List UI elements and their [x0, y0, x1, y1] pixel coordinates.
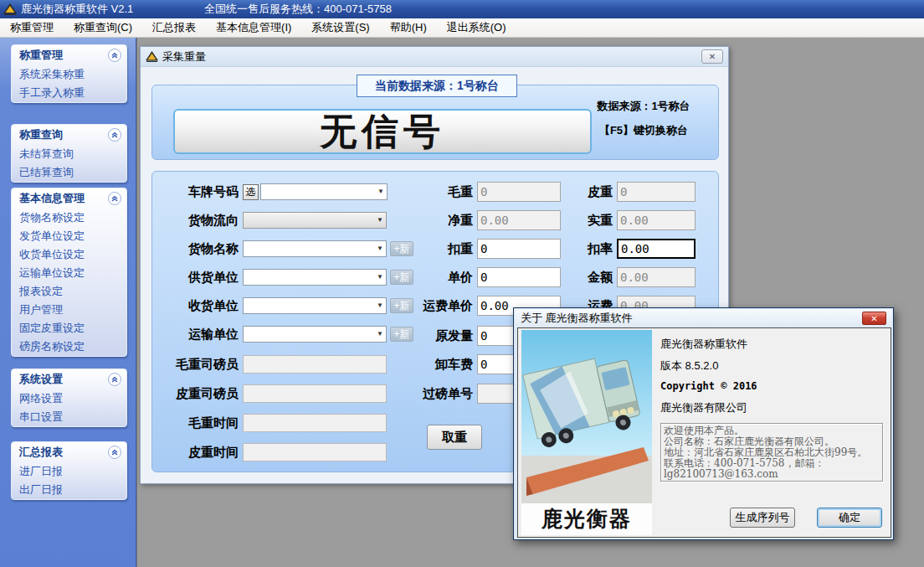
sidebar-group-header[interactable]: 称重管理 — [12, 45, 126, 65]
data-source-line: 数据来源：1号称台 — [581, 99, 706, 114]
freight-unit-price-label: 运费单价 — [364, 298, 477, 314]
product-name: 鹿光衡器称重软件 — [660, 337, 747, 352]
app-titlebar: 鹿光衡器称重软件 V2.1 全国统一售后服务热线：400-071-5758 — [0, 0, 924, 18]
truck-illustration — [521, 330, 652, 503]
deduct-rate-field[interactable] — [617, 239, 696, 259]
truck-image: 鹿光衡器 — [521, 330, 652, 535]
copyright-text: Copyright © 2016 — [660, 380, 757, 392]
sidebar-group-summary-report: 汇总报表 进厂日报 出厂日报 — [11, 441, 127, 500]
data-source-banner: 当前数据来源：1号称台 — [357, 75, 517, 97]
supplier-unit-label: 供货单位 — [152, 270, 243, 286]
sidebar-item-exit-daily-report[interactable]: 出厂日报 — [12, 481, 126, 499]
sidebar-item-network-settings[interactable]: 网络设置 — [12, 389, 126, 408]
window-title: 采集重量 — [162, 49, 206, 64]
gross-time-field[interactable] — [243, 414, 387, 432]
actual-weight-label: 实重 — [537, 213, 617, 229]
data-source-info: 数据来源：1号称台 【F5】键切换称台 — [581, 99, 706, 147]
sidebar-group-weighing-query: 称重查询 未结算查询 已结算查询 — [11, 124, 127, 183]
original-quantity-label: 原发量 — [364, 328, 477, 344]
goods-flow-label: 货物流向 — [152, 213, 243, 229]
tare-time-field[interactable] — [243, 443, 387, 461]
sidebar-group-system-settings: 系统设置 网络设置 串口设置 — [11, 369, 127, 427]
sidebar-item-transport-unit-setting[interactable]: 运输单位设定 — [12, 264, 126, 282]
gross-weight-label: 毛重 — [364, 184, 477, 200]
sidebar-item-user-management[interactable]: 用户管理 — [12, 301, 126, 319]
take-weight-button[interactable]: 取重 — [427, 425, 482, 450]
select-plate-button[interactable]: 选 — [243, 184, 259, 200]
tare-weight-field[interactable] — [617, 182, 696, 202]
sidebar-group-title: 基本信息管理 — [19, 191, 85, 206]
window-close-button[interactable]: ✕ — [701, 49, 723, 64]
about-dialog-content: 鹿光衡器 鹿光衡器称重软件 版本 8.5.2.0 Copyright © 201… — [517, 327, 891, 538]
weight-display: 无信号 — [173, 109, 592, 154]
menu-system-settings[interactable]: 系统设置(S) — [301, 18, 379, 38]
amount-field[interactable] — [617, 267, 696, 287]
deduct-weight-label: 扣重 — [364, 241, 477, 257]
collapse-chevron-icon[interactable] — [108, 446, 121, 459]
menu-bar: 称重管理 称重查询(C) 汇总报表 基本信息管理(I) 系统设置(S) 帮助(H… — [0, 18, 924, 38]
sidebar-item-report-setting[interactable]: 报表设定 — [12, 282, 126, 301]
sidebar-item-unsettled-query[interactable]: 未结算查询 — [12, 145, 126, 163]
gross-operator-label: 毛重司磅员 — [152, 357, 243, 373]
sidebar-group-header[interactable]: 基本信息管理 — [12, 188, 126, 209]
ok-button[interactable]: 确定 — [817, 508, 882, 528]
company-info-box: 欢迎使用本产品。 公司名称：石家庄鹿光衡器有限公司。 地址：河北省石家庄鹿泉区石… — [660, 423, 883, 482]
actual-weight-field[interactable] — [617, 210, 696, 230]
truck-brand-text: 鹿光衡器 — [521, 503, 652, 535]
unload-fee-label: 卸车费 — [364, 357, 477, 373]
collapse-chevron-icon[interactable] — [108, 49, 121, 62]
menu-exit[interactable]: 退出系统(O) — [437, 18, 516, 38]
tare-weight-label: 皮重 — [537, 184, 617, 200]
about-dialog-title: 关于 鹿光衡器称重软件 — [521, 311, 633, 326]
sidebar-item-entry-daily-report[interactable]: 进厂日报 — [12, 462, 126, 481]
gross-time-label: 毛重时间 — [152, 415, 243, 431]
menu-help[interactable]: 帮助(H) — [380, 18, 437, 38]
sidebar-group-basic-info: 基本信息管理 货物名称设定 发货单位设定 收货单位设定 运输单位设定 报表设定 … — [11, 188, 127, 357]
sidebar-group-title: 称重管理 — [19, 48, 63, 63]
company-name: 鹿光衡器有限公司 — [660, 400, 747, 415]
screen: 鹿光衡器称重软件 V2.1 全国统一售后服务热线：400-071-5758 称重… — [0, 0, 924, 567]
sidebar-group-header[interactable]: 汇总报表 — [12, 442, 126, 462]
app-logo-icon — [3, 3, 17, 15]
weight-value: 无信号 — [320, 107, 445, 157]
window-logo-icon — [146, 51, 158, 62]
sidebar: 称重管理 系统采集称重 手工录入称重 称重查询 未结算查询 已结算查询 基本信息… — [0, 38, 136, 567]
net-weight-label: 净重 — [364, 213, 477, 229]
service-hotline: 全国统一售后服务热线：400-071-5758 — [204, 2, 392, 17]
sidebar-group-title: 汇总报表 — [19, 445, 63, 460]
sidebar-item-system-collect-weighing[interactable]: 系统采集称重 — [12, 65, 126, 84]
menu-basic-info-management[interactable]: 基本信息管理(I) — [206, 18, 301, 38]
menu-summary-report[interactable]: 汇总报表 — [142, 18, 206, 38]
collapse-chevron-icon[interactable] — [108, 192, 121, 205]
tare-time-label: 皮重时间 — [152, 445, 243, 461]
app-title: 鹿光衡器称重软件 V2.1 — [21, 2, 133, 17]
about-dialog: 关于 鹿光衡器称重软件 ✕ — [513, 307, 894, 540]
menu-weighing-management[interactable]: 称重管理 — [0, 18, 64, 38]
sidebar-item-settled-query[interactable]: 已结算查询 — [12, 163, 126, 182]
transport-unit-label: 运输单位 — [152, 327, 243, 343]
sidebar-item-weighhouse-name-setting[interactable]: 磅房名称设定 — [12, 338, 126, 356]
plate-number-label: 车牌号码 — [152, 184, 243, 200]
generate-serial-button[interactable]: 生成序列号 — [730, 508, 795, 528]
collapse-chevron-icon[interactable] — [108, 373, 121, 386]
collapse-chevron-icon[interactable] — [108, 128, 121, 142]
sidebar-item-manual-entry-weighing[interactable]: 手工录入称重 — [12, 84, 126, 102]
about-dialog-titlebar[interactable]: 关于 鹿光衡器称重软件 ✕ — [515, 309, 892, 327]
sidebar-group-title: 称重查询 — [19, 127, 63, 142]
unit-price-label: 单价 — [364, 270, 477, 286]
sidebar-group-header[interactable]: 称重查询 — [12, 125, 126, 145]
menu-weighing-query[interactable]: 称重查询(C) — [64, 18, 142, 38]
about-dialog-close-button[interactable]: ✕ — [862, 312, 886, 325]
sidebar-item-goods-name-setting[interactable]: 货物名称设定 — [12, 209, 126, 227]
tare-operator-label: 皮重司磅员 — [152, 386, 243, 402]
collect-weight-titlebar[interactable]: 采集重量 ✕ — [141, 47, 728, 67]
sidebar-item-serial-port-settings[interactable]: 串口设置 — [12, 408, 126, 426]
sidebar-item-receiver-unit-setting[interactable]: 收货单位设定 — [12, 245, 126, 264]
weigh-ticket-number-label: 过磅单号 — [364, 386, 477, 402]
goods-name-label: 货物名称 — [152, 241, 243, 257]
sidebar-group-header[interactable]: 系统设置 — [12, 369, 126, 389]
sidebar-item-sender-unit-setting[interactable]: 发货单位设定 — [12, 227, 126, 245]
amount-label: 金额 — [537, 270, 617, 286]
sidebar-item-fixed-tare-setting[interactable]: 固定皮重设定 — [12, 319, 126, 338]
sidebar-group-title: 系统设置 — [19, 372, 63, 387]
